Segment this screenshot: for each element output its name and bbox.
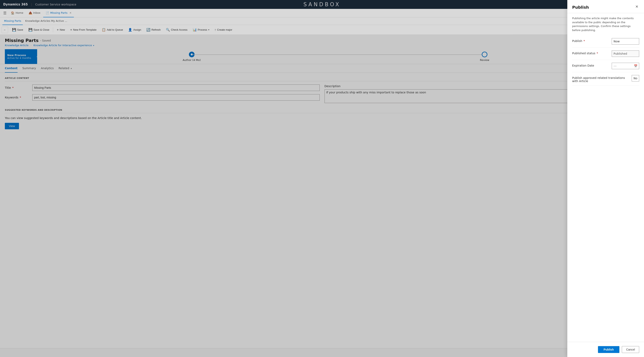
article-type-link[interactable]: Knowledge Article — [5, 44, 28, 47]
expiration-date-field: Expiration Date --- 📅 — [572, 60, 639, 72]
tab-missing-parts-label: Missing Parts — [50, 11, 68, 14]
article-template-link[interactable]: Knowledge Article for Interactive experi… — [34, 44, 94, 47]
missing-parts-tab-icon: 📄 — [46, 11, 49, 14]
title-field-label: Title * — [5, 84, 29, 89]
nav-separator: | — [31, 3, 32, 6]
main-content: Missing Parts - Saved Knowledge Article … — [0, 35, 644, 357]
refresh-icon: 🔄 — [146, 28, 150, 32]
breadcrumb-bar: Missing Parts Knowledge Articles My Acti… — [0, 17, 644, 25]
article-area: Missing Parts - Saved Knowledge Article … — [0, 35, 644, 357]
process-label: Process — [198, 28, 207, 31]
save-close-button[interactable]: 💾 Save & Close — [26, 26, 52, 33]
process-chevron-icon: ▾ — [208, 29, 209, 31]
assign-button[interactable]: 👤 Assign — [126, 26, 144, 33]
title-required-star: * — [12, 86, 14, 89]
cancel-button[interactable]: Cancel — [622, 346, 639, 353]
tab-analytics-label: Analytics — [41, 66, 54, 70]
article-tabs: Content Summary Analytics Related ▾ — [0, 64, 644, 73]
process-button[interactable]: 📊 Process ▾ — [190, 26, 212, 33]
save-close-label: Save & Close — [34, 28, 50, 31]
article-body: ARTICLE CONTENT Title * Keywords — [0, 73, 644, 348]
template-chevron: ▾ — [93, 44, 94, 46]
panel-title: Publish — [572, 5, 589, 10]
sandbox-label: SANDBOX — [303, 1, 340, 7]
tab-analytics[interactable]: Analytics — [41, 64, 54, 73]
published-status-label: Published status * — [572, 50, 608, 55]
check-access-label: Check Access — [171, 28, 188, 31]
save-label: Save — [17, 28, 23, 31]
save-icon: 💾 — [12, 28, 16, 32]
publish-translations-label: Publish approved related translations wi… — [572, 75, 628, 83]
author-label: Author (4 Mo) — [183, 58, 201, 61]
published-status-required: * — [596, 52, 598, 55]
published-status-value: Published — [612, 50, 639, 57]
keywords-input[interactable] — [32, 94, 320, 101]
tab-summary[interactable]: Summary — [22, 64, 36, 73]
publish-translations-field: Publish approved related translations wi… — [572, 72, 639, 86]
new-button[interactable]: + New — [54, 26, 67, 33]
keywords-field-label: Keywords * — [5, 94, 29, 99]
review-circle — [482, 52, 488, 57]
article-fields-group: Title * Keywords * — [5, 84, 639, 104]
article-meta: Knowledge Article · Knowledge Article fo… — [5, 44, 639, 47]
assign-icon: 👤 — [128, 28, 132, 32]
title-input[interactable] — [32, 84, 320, 91]
publish-translations-value[interactable]: No — [632, 75, 639, 81]
related-chevron: ▾ — [71, 67, 72, 70]
process-bar: New Process Active for 4 months ‹ Au — [5, 49, 639, 64]
breadcrumb-knowledge-articles[interactable]: Knowledge Articles My Active ... — [24, 17, 69, 25]
process-stage-sidebar[interactable]: New Process Active for 4 months ‹ — [5, 49, 37, 64]
tab-related-label: Related — [58, 66, 69, 70]
article-title-row: Missing Parts - Saved — [5, 38, 639, 43]
check-access-button[interactable]: 🔍 Check Access — [164, 26, 190, 33]
process-collapse-chevron[interactable]: ‹ — [35, 49, 40, 64]
tab-content-label: Content — [5, 66, 18, 70]
tab-summary-label: Summary — [22, 66, 36, 70]
hamburger-menu[interactable]: ☰ — [2, 11, 8, 15]
back-button[interactable]: ← — [2, 27, 8, 33]
tabs-bar: ☰ 🏠 Home 📥 Inbox 📄 Missing Parts ✕ — [0, 9, 644, 17]
publish-value[interactable]: Now — [612, 38, 639, 44]
check-access-icon: 🔍 — [166, 28, 170, 32]
save-close-icon: 💾 — [28, 28, 32, 32]
article-content-section-title: ARTICLE CONTENT — [5, 77, 639, 81]
publish-button[interactable]: Publish — [598, 346, 620, 353]
breadcrumb-label-1: Knowledge Articles My Active ... — [25, 19, 67, 22]
panel-header: Publish ✕ — [567, 0, 644, 13]
publish-required: * — [584, 39, 585, 42]
published-status-field: Published status * Published — [572, 48, 639, 60]
expiration-date-label: Expiration Date — [572, 63, 608, 67]
calendar-icon: 📅 — [634, 64, 637, 67]
tab-close-icon[interactable]: ✕ — [70, 11, 72, 14]
keywords-field-row: Keywords * — [5, 94, 320, 101]
expiration-date-value[interactable]: --- 📅 — [612, 63, 639, 69]
title-field-row: Title * — [5, 84, 320, 91]
new-from-template-button[interactable]: + New From Template — [68, 26, 99, 33]
inbox-tab-icon: 📥 — [29, 11, 32, 14]
process-step-author: Author (4 Mo) — [45, 52, 338, 61]
add-to-queue-button[interactable]: 📋 Add to Queue — [99, 26, 125, 33]
tab-inbox[interactable]: 📥 Inbox — [26, 9, 43, 17]
create-major-label: Create major — [217, 28, 232, 31]
tab-missing-parts[interactable]: 📄 Missing Parts ✕ — [43, 9, 74, 17]
panel-close-button[interactable]: ✕ — [634, 5, 639, 8]
panel-footer: Publish Cancel — [567, 342, 644, 357]
refresh-label: Refresh — [151, 28, 161, 31]
tab-home[interactable]: 🏠 Home — [8, 9, 26, 17]
command-bar: ← 💾 Save 💾 Save & Close + New + New From… — [0, 25, 644, 35]
review-label: Review — [480, 58, 489, 61]
refresh-button[interactable]: 🔄 Refresh — [144, 26, 163, 33]
save-button[interactable]: 💾 Save — [10, 26, 26, 33]
left-fields: Title * Keywords * — [5, 84, 320, 104]
meta-sep: · — [30, 44, 31, 47]
article-saved-status: - Saved — [40, 39, 51, 42]
new-from-template-label: New From Template — [73, 28, 96, 31]
tab-related[interactable]: Related ▾ — [58, 64, 72, 73]
create-major-icon: ↑ — [214, 28, 216, 32]
breadcrumb-missing-parts[interactable]: Missing Parts — [2, 17, 23, 25]
tab-home-label: Home — [16, 11, 23, 14]
create-major-button[interactable]: ↑ Create major — [212, 26, 235, 33]
tab-content[interactable]: Content — [5, 64, 18, 73]
view-button[interactable]: View — [5, 123, 19, 129]
new-from-template-icon: + — [70, 28, 72, 32]
